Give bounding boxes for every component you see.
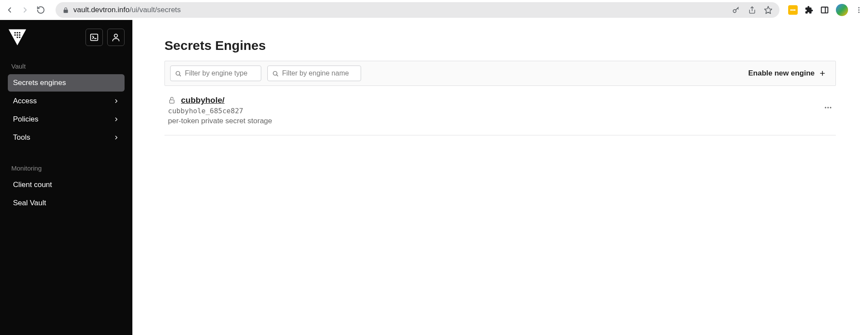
enable-new-label: Enable new engine	[748, 69, 815, 78]
lock-icon	[62, 7, 69, 13]
sidebar-item-access[interactable]: Access	[8, 92, 125, 110]
engine-actions-menu[interactable]	[824, 95, 832, 112]
svg-point-18	[114, 34, 117, 37]
svg-line-20	[179, 75, 181, 76]
back-button[interactable]	[5, 6, 14, 14]
sidebar-section-vault: Vault	[8, 59, 125, 73]
sidebar-item-label: Tools	[13, 133, 30, 142]
engine-info: cubbyhole/ cubbyhole_685ce827 per-token …	[168, 95, 824, 125]
svg-point-5	[858, 7, 860, 8]
reload-button[interactable]	[36, 6, 45, 14]
engine-description: per-token private secret storage	[168, 117, 824, 125]
filter-bar: Enable new engine	[164, 61, 836, 86]
svg-point-26	[825, 107, 826, 108]
sidebar-top-icons	[85, 29, 125, 46]
svg-point-13	[19, 34, 21, 36]
forward-button[interactable]	[21, 6, 30, 14]
sidebar-item-tools[interactable]: Tools	[8, 129, 125, 146]
sidebar-item-label: Seal Vault	[13, 199, 46, 207]
svg-line-22	[276, 75, 278, 76]
search-icon	[175, 70, 181, 77]
lock-open-icon	[168, 96, 176, 104]
sidebar-item-label: Access	[13, 97, 37, 105]
svg-rect-3	[822, 7, 828, 13]
sidebar-item-label: Client count	[13, 181, 52, 189]
svg-point-15	[19, 36, 21, 38]
engine-id: cubbyhole_685ce827	[168, 107, 824, 115]
chevron-right-icon	[113, 116, 119, 122]
chevron-right-icon	[113, 135, 119, 141]
sidebar-item-policies[interactable]: Policies	[8, 111, 125, 128]
sidebar-item-label: Policies	[13, 115, 39, 124]
star-icon[interactable]	[764, 6, 773, 14]
svg-rect-25	[170, 100, 174, 103]
svg-point-14	[16, 36, 18, 38]
svg-point-28	[830, 107, 831, 108]
address-bar[interactable]: vault.devtron.info/ui/vault/secrets	[56, 2, 779, 18]
svg-point-12	[16, 34, 18, 36]
browser-nav	[5, 6, 52, 14]
address-bar-right	[732, 6, 773, 14]
vault-logo[interactable]	[8, 28, 27, 47]
url-text: vault.devtron.info/ui/vault/secrets	[73, 6, 181, 14]
sidebar-top	[8, 28, 125, 47]
svg-marker-2	[765, 7, 772, 14]
browser-actions: •••	[783, 4, 863, 16]
sidebar-item-label: Secrets engines	[13, 79, 66, 87]
sidebar-item-seal-vault[interactable]: Seal Vault	[8, 194, 125, 212]
svg-point-9	[16, 32, 18, 34]
extension-badge[interactable]: •••	[788, 5, 798, 15]
browser-toolbar: vault.devtron.info/ui/vault/secrets •••	[0, 0, 868, 20]
page-title: Secrets Engines	[164, 38, 836, 53]
engine-row: cubbyhole/ cubbyhole_685ce827 per-token …	[164, 86, 836, 135]
user-button[interactable]	[107, 29, 125, 46]
panel-icon[interactable]	[820, 6, 829, 14]
svg-point-10	[19, 32, 21, 34]
plus-icon	[819, 70, 826, 77]
engine-name-link[interactable]: cubbyhole/	[181, 95, 224, 105]
svg-point-27	[827, 107, 829, 108]
filter-type-input[interactable]	[185, 69, 272, 77]
key-icon[interactable]	[732, 6, 740, 14]
filter-name-input[interactable]	[282, 69, 369, 77]
svg-point-7	[858, 12, 860, 13]
sidebar-section-monitoring: Monitoring	[8, 161, 125, 175]
sidebar-item-secrets-engines[interactable]: Secrets engines	[8, 74, 125, 92]
enable-new-engine-button[interactable]: Enable new engine	[748, 69, 830, 78]
main-content: Secrets Engines Enable new engine	[132, 20, 868, 335]
sidebar: Vault Secrets engines Access Policies To…	[0, 20, 132, 335]
app: Vault Secrets engines Access Policies To…	[0, 20, 868, 335]
svg-point-8	[14, 32, 16, 34]
filter-type-input-wrap[interactable]	[170, 66, 261, 81]
svg-point-6	[858, 10, 860, 11]
sidebar-item-client-count[interactable]: Client count	[8, 176, 125, 194]
chevron-right-icon	[113, 98, 119, 104]
menu-icon[interactable]	[855, 6, 863, 14]
terminal-button[interactable]	[85, 29, 103, 46]
svg-point-11	[14, 34, 16, 36]
share-icon[interactable]	[748, 6, 756, 14]
engine-name-line: cubbyhole/	[168, 95, 824, 105]
extensions-icon[interactable]	[805, 6, 813, 14]
search-icon	[272, 70, 279, 77]
profile-avatar[interactable]	[836, 4, 848, 16]
filter-name-input-wrap[interactable]	[267, 66, 361, 81]
